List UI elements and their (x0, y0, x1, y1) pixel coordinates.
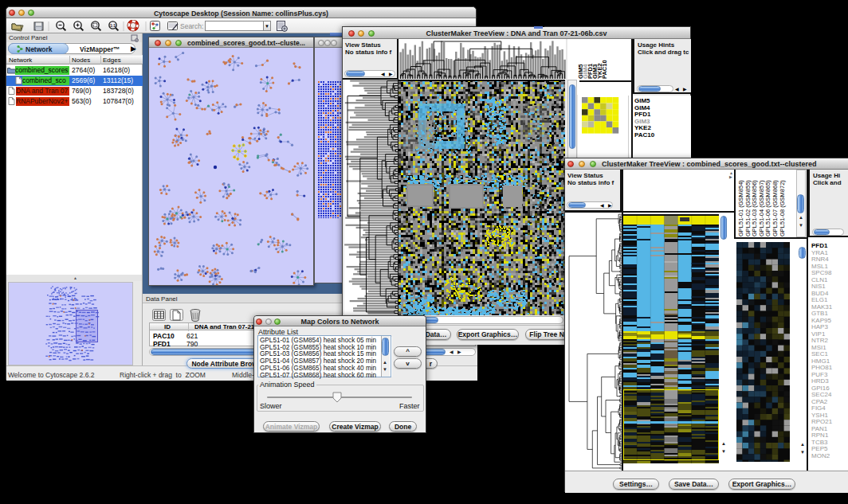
svg-text:PAC10: PAC10 (601, 60, 608, 79)
svg-text:1:1: 1:1 (110, 23, 116, 28)
svg-text:GPL51-08 (GSM872): GPL51-08 (GSM872) (779, 180, 786, 236)
